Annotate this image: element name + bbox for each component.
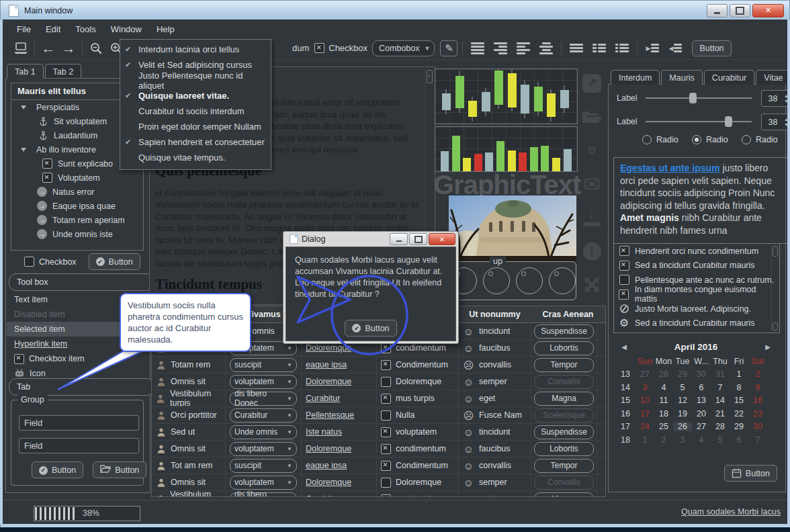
calendar-day[interactable]: 8 [730, 383, 748, 392]
forward-icon[interactable]: → [60, 40, 77, 56]
row-button[interactable]: Suspendisse [534, 324, 594, 339]
table-cell-name[interactable]: Vestibulum turpis [152, 491, 226, 497]
table-cell-mood[interactable]: ☹Fusce Nam [459, 407, 531, 423]
field-input-1[interactable]: Field [19, 415, 139, 431]
table-cell-link[interactable]: Curabitur [302, 491, 377, 497]
table-cell-mood[interactable]: ☺semper [459, 373, 531, 390]
table-cell-checkbox[interactable]: voluptatem [377, 424, 459, 440]
checkbox-checked-icon[interactable] [381, 494, 391, 498]
checkbox-checked-icon[interactable] [381, 461, 391, 471]
table-cell-checkbox[interactable]: Condimentum [377, 457, 459, 474]
table-cell-checkbox[interactable]: Doloremque [377, 373, 459, 390]
table-cell-button[interactable]: Lobortis [531, 340, 597, 356]
calendar-day[interactable]: 13 [692, 396, 711, 405]
table-cell-checkbox[interactable]: condimentum [377, 441, 459, 457]
slider-handle[interactable] [725, 116, 732, 127]
table-cell-link[interactable]: Curabitur [302, 390, 377, 406]
laptop-icon[interactable] [12, 40, 30, 56]
calendar-day[interactable]: 4 [692, 435, 711, 445]
calendar-day[interactable]: 1 [635, 435, 654, 445]
table-cell-name[interactable]: Omnis sit [152, 474, 226, 490]
calendar-day[interactable]: 15 [730, 396, 748, 405]
radio-icon[interactable] [742, 135, 751, 144]
context-menu-item[interactable]: ✔Sapien hendrerit et consectetuer [120, 134, 271, 150]
table-cell-button[interactable]: Lobortis [531, 441, 597, 457]
row-button[interactable]: Convallis [534, 375, 594, 389]
dialog-close-button[interactable]: ✕ [429, 233, 455, 245]
slider-handle[interactable] [689, 93, 697, 103]
align-right-icon[interactable] [492, 40, 509, 56]
group-button[interactable]: Button [93, 461, 146, 478]
outdent-icon[interactable]: ◀ [666, 40, 684, 56]
table-header-cell[interactable]: Ut nonummy [459, 306, 531, 322]
tab-tab-1[interactable]: Tab 1 [7, 64, 44, 79]
calendar-day[interactable]: 25 [654, 422, 673, 431]
indent-icon[interactable]: ▶ [644, 40, 661, 56]
slider-track[interactable] [646, 121, 752, 122]
menu-edit[interactable]: Edit [38, 22, 68, 36]
row-combobox[interactable]: voluptatem▼ [230, 442, 297, 456]
context-menu-item[interactable]: Quisque vitae tempus. [120, 150, 271, 165]
calendar-day[interactable]: 29 [673, 369, 692, 379]
left-checkbox[interactable] [24, 257, 34, 267]
calendar-day[interactable]: 10 [635, 396, 654, 405]
checkbox-checked-icon[interactable] [381, 360, 391, 370]
table-cell-name[interactable]: Omnis sit [152, 373, 226, 390]
row-button[interactable]: Tempor [534, 459, 594, 473]
calendar-day[interactable]: 2 [748, 369, 767, 379]
row-link[interactable]: Curabitur [306, 394, 340, 403]
close-button[interactable]: ✕ [752, 4, 784, 17]
back-icon[interactable]: ← [40, 40, 57, 56]
row-button[interactable]: Magna [534, 392, 594, 406]
table-cell-button[interactable]: Tempor [531, 457, 597, 474]
calendar-day[interactable]: 7 [748, 435, 767, 445]
calendar-day[interactable]: 6 [692, 383, 711, 392]
row-button[interactable]: Suspendisse [534, 425, 594, 439]
calendar-day[interactable]: 5 [711, 435, 730, 445]
table-cell-link[interactable]: Doloremque [302, 373, 377, 390]
dialog-maximize-button[interactable] [409, 233, 427, 245]
table-header-cell[interactable]: Cras Aenean [531, 306, 605, 322]
calendar-day[interactable]: 28 [654, 369, 673, 379]
checkbox-icon[interactable] [381, 478, 391, 488]
check-list-scrollbar[interactable] [771, 245, 778, 331]
row-link[interactable]: Curabitur [306, 494, 340, 497]
calendar-day[interactable]: 30 [748, 422, 767, 431]
calendar-day[interactable]: 3 [635, 383, 654, 392]
row-link[interactable]: Doloremque [306, 343, 351, 353]
row-combobox[interactable]: dis libero Donec▼ [230, 492, 297, 498]
menu-window[interactable]: Window [103, 22, 149, 36]
table-cell-link[interactable]: Pellentesque [302, 407, 377, 423]
block-list-icon[interactable] [590, 40, 608, 56]
calendar-day[interactable]: 30 [692, 369, 711, 379]
table-cell-name[interactable]: Vestibulum turpis [152, 390, 226, 406]
context-menu-item[interactable]: Proin eget dolor semper Nullam [120, 119, 271, 134]
row-link[interactable]: Doloremque [306, 478, 351, 487]
calendar-day[interactable]: 6 [730, 435, 748, 445]
tree-item[interactable]: Voluptatem [11, 171, 143, 185]
row-link[interactable]: eaque ipsa [306, 360, 347, 369]
slider-track[interactable] [646, 97, 752, 99]
calendar-day[interactable]: 29 [730, 422, 748, 431]
table-cell-combo[interactable]: suscipit▼ [226, 357, 302, 373]
row-link[interactable]: Doloremque [306, 377, 351, 386]
table-cell-name[interactable]: Omnis sit [152, 441, 226, 457]
calendar-day[interactable]: 22 [730, 409, 748, 418]
menu-file[interactable]: File [9, 22, 38, 36]
check-list-item[interactable]: Hendrerit orci nunc condimentum [614, 244, 779, 259]
table-cell-combo[interactable]: voluptatem▼ [226, 373, 302, 390]
maximize-button[interactable] [730, 4, 750, 17]
tab-interdum[interactable]: Interdum [611, 70, 660, 85]
text-link[interactable]: Egestas ut ante ipsum [620, 163, 720, 173]
dial-knob[interactable] [549, 267, 576, 294]
calendar-day[interactable]: 16 [748, 396, 767, 405]
table-cell-button[interactable]: Suspendisse [531, 424, 597, 440]
table-cell-mood[interactable]: ☺faucibus [459, 340, 531, 356]
row-combobox[interactable]: Unde omnis▼ [230, 425, 297, 439]
row-combobox[interactable]: voluptatem▼ [230, 375, 297, 389]
table-cell-combo[interactable]: suscipit▼ [226, 457, 302, 474]
tree-item[interactable]: →Totam rem aperiam [11, 213, 143, 227]
calendar-day[interactable]: 21 [711, 409, 730, 418]
calendar-day[interactable]: 23 [748, 409, 767, 418]
table-cell-mood[interactable]: ☺eget [459, 390, 531, 406]
